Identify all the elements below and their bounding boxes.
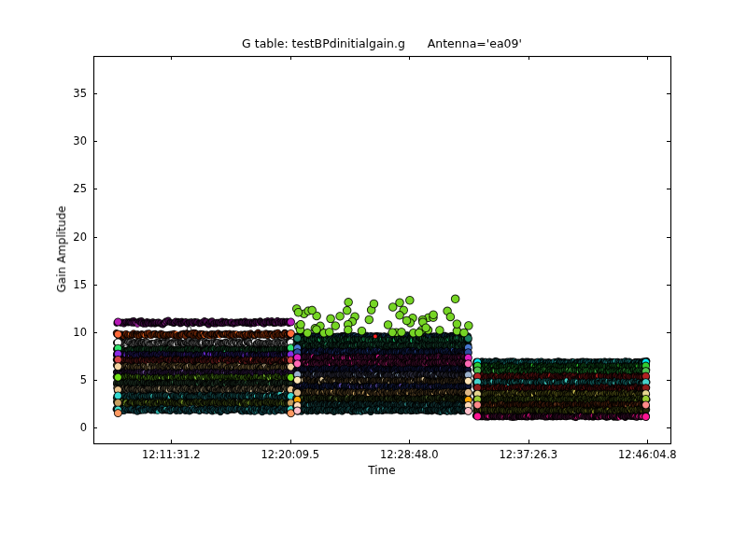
y-tick-label: 35 — [2, 87, 87, 100]
x-tick-label: 12:28:48.0 — [380, 448, 439, 461]
y-tick-label: 5 — [2, 373, 87, 386]
y-tick-label: 0 — [2, 421, 87, 434]
y-tick-label: 10 — [2, 326, 87, 339]
x-axis-label: Time — [368, 464, 395, 477]
x-tick-label: 12:11:31.2 — [142, 448, 201, 461]
chart-title: G table: testBPdinitialgain.g Antenna='e… — [242, 36, 522, 50]
x-tick-label: 12:37:26.3 — [499, 448, 557, 461]
y-tick-label: 30 — [2, 134, 87, 147]
y-tick-label: 25 — [2, 182, 87, 195]
y-tick-label: 20 — [2, 231, 87, 244]
x-tick-label: 12:46:04.8 — [618, 448, 677, 461]
x-tick-label: 12:20:09.5 — [261, 448, 319, 461]
plot-figure: G table: testBPdinitialgain.g Antenna='e… — [0, 0, 747, 560]
y-tick-label: 15 — [2, 278, 87, 291]
